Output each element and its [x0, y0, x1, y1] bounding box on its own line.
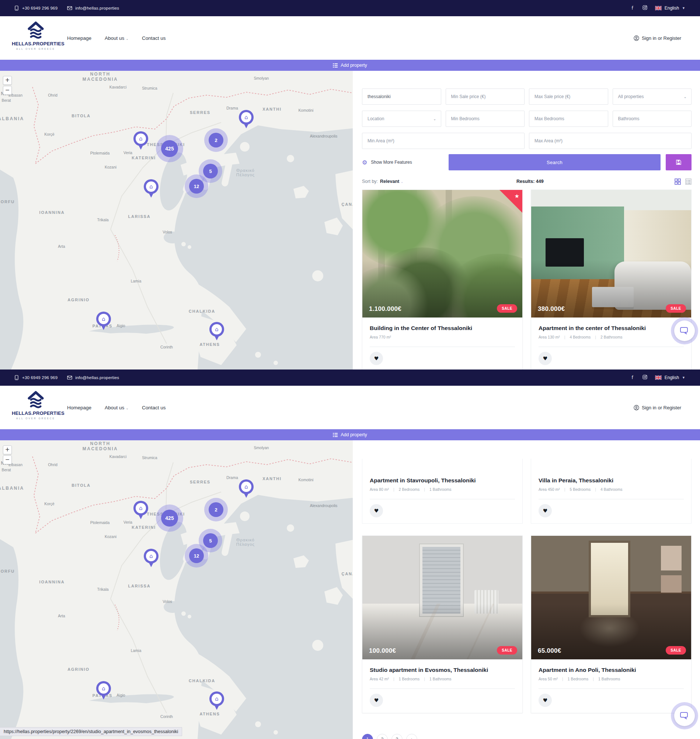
map-property-pin[interactable]: ⌂	[239, 110, 254, 131]
location-select[interactable]: Location⌄	[362, 110, 441, 127]
property-card[interactable]: ★ 1.100.000€ SALE Building in the Center…	[362, 190, 523, 370]
max-area-input[interactable]	[534, 138, 686, 143]
bathrooms-value: 1 Bathrooms	[598, 677, 621, 681]
favorite-button[interactable]: ♥	[538, 504, 552, 517]
map-cluster-pin[interactable]: 12	[189, 179, 204, 194]
map-property-pin[interactable]: ⌂	[209, 692, 224, 712]
map-cluster-pin[interactable]: 2	[209, 133, 224, 147]
map-property-pin[interactable]: ⌂	[96, 681, 111, 702]
map-cluster-pin[interactable]: 425	[161, 140, 178, 157]
list-view-icon[interactable]	[685, 178, 691, 185]
property-photo: 380.000€ SALE	[531, 190, 691, 318]
list-icon	[333, 433, 338, 437]
email-link[interactable]: info@hellas.properties	[67, 6, 119, 11]
map-cluster-pin[interactable]: 425	[161, 509, 178, 527]
property-title[interactable]: Apartment in Stavroupoli, Thessaloniki	[370, 477, 515, 484]
add-property-button[interactable]: Add property	[0, 429, 700, 440]
sort-select[interactable]: Relevant ⌄	[380, 179, 403, 184]
property-title[interactable]: Villa in Peraia, Thessaloniki	[538, 477, 684, 484]
map-cluster-pin[interactable]: 5	[203, 164, 218, 178]
map-property-pin[interactable]: ⌂	[239, 479, 254, 500]
add-property-button[interactable]: Add property	[0, 60, 700, 71]
nav-contact-us[interactable]: Contact us	[142, 405, 166, 411]
language-selector[interactable]: English ▼	[655, 6, 685, 11]
bathrooms-input[interactable]	[618, 116, 686, 121]
gear-icon: ⚙	[362, 159, 367, 166]
favorite-button[interactable]: ♥	[370, 352, 383, 365]
house-icon: ⌂	[146, 181, 156, 192]
show-more-features-button[interactable]: ⚙ Show More Features	[362, 159, 449, 166]
next-page-button[interactable]: ›	[406, 734, 417, 739]
phone-icon	[14, 6, 19, 11]
property-title[interactable]: Building in the Center of Thessaloniki	[370, 325, 515, 331]
map-cluster-pin[interactable]: 12	[189, 548, 204, 563]
page-1-button[interactable]: 1	[362, 734, 373, 739]
nav-contact-us[interactable]: Contact us	[142, 35, 166, 41]
instagram-icon[interactable]	[643, 5, 648, 11]
nav-about-us[interactable]: About us⌄	[105, 35, 129, 41]
favorite-button[interactable]: ♥	[370, 504, 383, 517]
max-price-input[interactable]	[534, 94, 603, 99]
page-2-button[interactable]: 2	[377, 734, 388, 739]
search-button[interactable]: Search	[449, 154, 660, 170]
facebook-icon[interactable]: f	[630, 375, 635, 380]
logo[interactable]: HELLAS.PROPERTIES ALL OVER GREECE	[12, 390, 60, 420]
map-property-pin[interactable]: ⌂	[134, 501, 148, 521]
email-link[interactable]: info@hellas.properties	[67, 375, 119, 380]
grid-view-icon[interactable]	[675, 178, 681, 185]
max-bedrooms-input[interactable]	[534, 116, 603, 121]
map-zoom-in-button[interactable]: +	[3, 76, 12, 85]
nav-about-us[interactable]: About us⌄	[105, 405, 129, 411]
property-title[interactable]: Apartment in the center of Thessaloniki	[538, 325, 684, 331]
pagination: 1 2 3 ›	[362, 734, 691, 739]
save-search-button[interactable]	[666, 154, 691, 170]
map-cluster-pin[interactable]: 5	[203, 533, 218, 548]
price: 100.000€	[369, 647, 396, 655]
results-map[interactable]: + − NORTH MACEDONIAANAALBANIABeratElbasa…	[0, 71, 353, 370]
results-map[interactable]: + − NORTH MACEDONIAANAALBANIABeratElbasa…	[0, 440, 353, 739]
phone-link[interactable]: +30 6949 296 969	[14, 375, 57, 380]
map-property-pin[interactable]: ⌂	[134, 131, 148, 152]
language-selector[interactable]: English ▼	[655, 375, 685, 380]
favorite-button[interactable]: ♥	[538, 693, 552, 707]
property-card[interactable]: Villa in Peraia, Thessaloniki Area 450 m…	[531, 459, 691, 524]
map-property-pin[interactable]: ⌂	[209, 322, 224, 343]
property-card[interactable]: 380.000€ SALE Apartment in the center of…	[531, 190, 691, 370]
sign-in-button[interactable]: Sign in or Register	[634, 386, 681, 429]
map-zoom-in-button[interactable]: +	[3, 446, 12, 454]
min-area-input[interactable]	[368, 138, 519, 143]
keyword-input[interactable]	[368, 94, 436, 99]
favorite-button[interactable]: ♥	[370, 693, 383, 707]
save-icon	[676, 159, 682, 165]
nav-homepage[interactable]: Homepage	[67, 35, 91, 41]
map-zoom-out-button[interactable]: −	[3, 455, 12, 464]
sale-badge: SALE	[497, 646, 517, 655]
property-card[interactable]: 100.000€ SALE Studio apartment in Evosmo…	[362, 536, 523, 713]
max-bedrooms-input-wrap	[529, 110, 608, 127]
favorite-button[interactable]: ♥	[538, 352, 552, 365]
property-type-select[interactable]: All properties⌄	[613, 88, 692, 105]
facebook-icon[interactable]: f	[630, 6, 635, 11]
chat-widget-button[interactable]	[674, 321, 695, 341]
map-basemap	[0, 71, 353, 370]
map-cluster-pin[interactable]: 2	[209, 502, 224, 517]
map-property-pin[interactable]: ⌂	[144, 179, 159, 200]
logo[interactable]: HELLAS.PROPERTIES ALL OVER GREECE	[12, 21, 60, 50]
area-value: Area 770 m²	[370, 335, 391, 339]
instagram-icon[interactable]	[643, 375, 648, 381]
property-card[interactable]: Apartment in Stavroupoli, Thessaloniki A…	[362, 459, 523, 524]
chat-widget-button[interactable]	[674, 705, 695, 726]
phone-link[interactable]: +30 6949 296 969	[14, 6, 57, 11]
property-card[interactable]: 65.000€ SALE Apartment in Ano Poli, Thes…	[531, 536, 691, 713]
map-property-pin[interactable]: ⌂	[96, 312, 111, 332]
page-3-button[interactable]: 3	[391, 734, 403, 739]
property-title[interactable]: Apartment in Ano Poli, Thessaloniki	[538, 667, 684, 673]
min-price-input[interactable]	[451, 94, 519, 99]
sign-in-button[interactable]: Sign in or Register	[634, 16, 681, 60]
nav-homepage[interactable]: Homepage	[67, 405, 91, 411]
map-zoom-out-button[interactable]: −	[3, 86, 12, 95]
map-property-pin[interactable]: ⌂	[144, 549, 159, 570]
property-title[interactable]: Studio apartment in Evosmos, Thessalonik…	[370, 667, 515, 673]
search-panel: Apartment in Stavroupoli, Thessaloniki A…	[353, 440, 700, 739]
min-bedrooms-input[interactable]	[451, 116, 519, 121]
